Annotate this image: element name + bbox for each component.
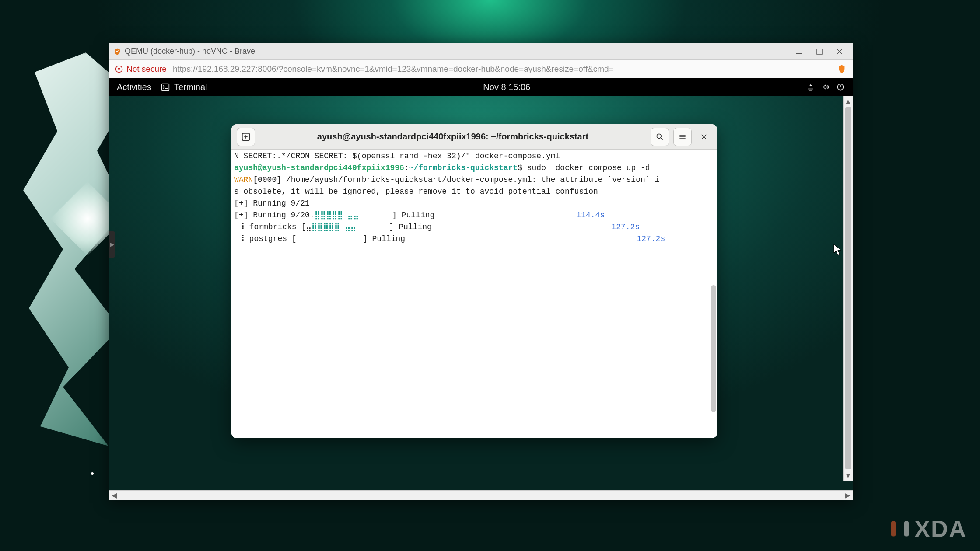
activities-button[interactable]: Activities: [117, 82, 151, 92]
terminal-app-icon: [161, 83, 170, 91]
term-line: N_SECRET:.*/CRON_SECRET: $(openssl rand …: [234, 152, 560, 160]
scroll-right-arrow[interactable]: ▶: [844, 492, 851, 499]
term-line: s obsolete, it will be ignored, please r…: [234, 187, 598, 196]
prompt-sep: :: [404, 164, 409, 172]
term-line: [+] Running 9/21: [234, 199, 310, 208]
term-line: [+] Running 9/20.: [234, 211, 315, 220]
active-app-name: Terminal: [174, 82, 207, 92]
vnc-desktop[interactable]: ▶ ayush@ayush-standardpci440fxpiix1996: …: [109, 96, 853, 490]
alert-icon: [115, 65, 123, 73]
maximize-button[interactable]: [815, 47, 824, 56]
gnome-top-bar: Activities Terminal Nov 8 15:06: [109, 78, 853, 96]
elapsed-time: 127.2s: [611, 223, 640, 231]
window-controls: [795, 47, 853, 56]
menu-button[interactable]: [673, 128, 692, 146]
active-app-indicator[interactable]: Terminal: [161, 82, 207, 92]
svg-rect-0: [796, 53, 802, 54]
network-icon[interactable]: [806, 83, 815, 91]
term-line: ] Pulling: [356, 223, 432, 231]
xda-text: XDA: [914, 515, 967, 542]
xda-watermark: XDA: [889, 515, 967, 542]
brave-shield-icon[interactable]: [837, 64, 847, 74]
plus-icon: [241, 132, 251, 142]
new-tab-button[interactable]: [237, 128, 255, 146]
scroll-left-arrow[interactable]: ◀: [111, 492, 118, 499]
term-line: [0000] /home/ayush/formbricks-quickstart…: [253, 175, 659, 184]
browser-tabbar: QEMU (docker-hub) - noVNC - Brave: [109, 43, 853, 60]
not-secure-badge[interactable]: Not secure: [115, 64, 167, 74]
wallpaper-dot: [91, 472, 94, 475]
prompt-path: ~/formbricks-quickstart: [409, 164, 518, 172]
term-line: ⠸ formbricks [⣤: [234, 223, 312, 231]
term-command: sudo docker compose up -d: [527, 164, 650, 172]
terminal-close-button[interactable]: [696, 128, 712, 146]
url-text: https://192.168.29.227:8006/?console=kvm…: [173, 64, 614, 74]
tab-favicon-icon: [113, 48, 121, 56]
volume-icon[interactable]: [821, 83, 830, 91]
terminal-output[interactable]: N_SECRET:.*/CRON_SECRET: $(openssl rand …: [231, 150, 717, 438]
xda-logo-icon: [889, 518, 911, 540]
power-icon[interactable]: [836, 83, 845, 91]
viewport-vertical-scrollbar[interactable]: ▲ ▼: [843, 96, 853, 481]
tab-title[interactable]: QEMU (docker-hub) - noVNC - Brave: [125, 47, 795, 56]
elapsed-time: 114.4s: [576, 211, 605, 220]
mouse-cursor-icon: [833, 244, 842, 256]
svg-rect-8: [904, 521, 909, 537]
term-line: ] Pulling: [297, 234, 405, 243]
close-button[interactable]: [835, 47, 844, 56]
prompt-userhost: ayush@ayush-standardpci440fxpiix1996: [234, 164, 404, 172]
term-line: ] Pulling: [359, 211, 434, 220]
browser-window: QEMU (docker-hub) - noVNC - Brave Not se…: [108, 43, 853, 500]
svg-rect-7: [891, 521, 896, 537]
url-scheme: https: [173, 64, 191, 73]
scroll-down-arrow[interactable]: ▼: [845, 472, 852, 479]
url-rest: ://192.168.29.227:8006/?console=kvm&novn…: [191, 64, 614, 73]
term-line: ⠸ postgres [: [234, 234, 297, 243]
viewport-horizontal-scrollbar[interactable]: ◀ ▶: [109, 490, 853, 500]
scroll-up-arrow[interactable]: ▲: [845, 98, 852, 105]
warn-tag: WARN: [234, 175, 253, 184]
svg-point-6: [657, 134, 661, 138]
progress-bar: ⣿⣿⣿⣿⣿ ⣤⣤: [315, 211, 359, 220]
terminal-title: ayush@ayush-standardpci440fxpiix1996: ~/…: [259, 132, 646, 142]
terminal-scrollbar[interactable]: [711, 285, 716, 412]
close-icon: [700, 133, 708, 141]
elapsed-time: 127.2s: [637, 234, 665, 243]
search-button[interactable]: [651, 128, 669, 146]
prompt-dollar: $: [518, 164, 527, 172]
svg-rect-3: [162, 84, 169, 91]
address-bar[interactable]: Not secure https://192.168.29.227:8006/?…: [109, 60, 853, 78]
not-secure-label: Not secure: [126, 64, 167, 74]
svg-rect-1: [817, 49, 822, 54]
terminal-headerbar: ayush@ayush-standardpci440fxpiix1996: ~/…: [231, 124, 717, 150]
progress-bar: ⣿⣿⣿⣿⣿ ⣤⣤: [312, 223, 356, 231]
search-icon: [655, 133, 664, 141]
minimize-button[interactable]: [795, 47, 804, 56]
gnome-terminal-window: ayush@ayush-standardpci440fxpiix1996: ~/…: [231, 124, 717, 438]
vertical-scroll-thumb[interactable]: [845, 107, 851, 469]
novnc-sidebar-handle[interactable]: ▶: [109, 231, 115, 258]
clock[interactable]: Nov 8 15:06: [207, 82, 806, 92]
hamburger-icon: [678, 133, 687, 141]
